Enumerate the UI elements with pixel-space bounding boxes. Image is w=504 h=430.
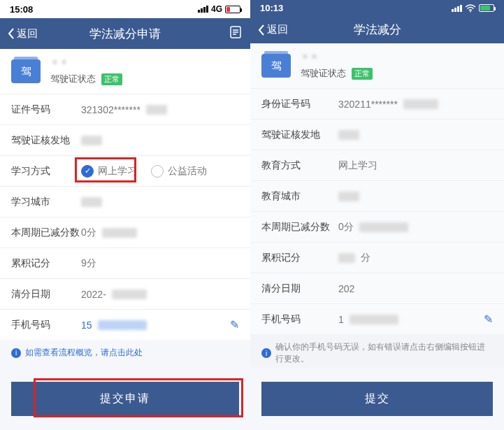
back-button[interactable]: 返回 (257, 23, 288, 36)
license-badge-icon: 驾 (261, 54, 291, 78)
masked (359, 222, 408, 232)
row-method: 学习方式 网上学习 公益活动 (0, 155, 250, 186)
masked (403, 99, 438, 109)
row-accum: 累积记分 9分 (0, 248, 250, 278)
row-issue: 驾驶证核发地 (250, 119, 504, 150)
id-value: 321302******* (81, 104, 141, 115)
nav-bar: 返回 学法减分申请 (0, 18, 250, 49)
cycle-label: 本周期已减分数 (261, 221, 338, 234)
page-title: 学法减分申请 (89, 26, 161, 42)
svg-point-1 (470, 10, 471, 12)
status-time: 15:08 (10, 4, 33, 15)
masked (338, 253, 355, 263)
radio-public[interactable]: 公益活动 (151, 165, 207, 178)
accum-label: 累积记分 (261, 252, 338, 264)
radio-unchecked-icon (151, 165, 164, 178)
back-button[interactable]: 返回 (7, 27, 38, 41)
row-method: 教育方式 网上学习 (250, 150, 504, 180)
phone-label: 手机号码 (261, 313, 338, 326)
submit-button[interactable]: 提交申请 (11, 382, 239, 416)
nav-bar: 返回 学法减分 (250, 16, 504, 43)
form: 证件号码 321302******* 驾驶证核发地 学习方式 网上学习 公益活动… (0, 94, 250, 340)
row-clear: 清分日期 202 (250, 273, 504, 303)
phone-left: 15:08 4G 返回 学法减分申请 驾 ＊＊ 驾驶证状态 正常 证件号码 3 (0, 0, 250, 430)
accum-value: 分 (361, 252, 370, 264)
hint-row[interactable]: i 如需查看流程概览，请点击此处 (0, 340, 250, 361)
city-value-masked (81, 197, 102, 207)
info-icon: i (261, 348, 271, 358)
page-title: 学法减分 (354, 22, 401, 38)
issue-value-masked (81, 136, 102, 145)
submit-button[interactable]: 提交 (261, 382, 493, 416)
city-label: 教育城市 (261, 190, 338, 203)
accum-label: 累积记分 (11, 257, 81, 270)
chevron-left-icon (257, 24, 266, 36)
id-label: 身份证号码 (261, 98, 338, 110)
edit-icon[interactable]: ✎ (484, 313, 493, 326)
status-badge: 正常 (101, 73, 122, 85)
clear-value: 2022- (81, 289, 106, 300)
edit-icon[interactable]: ✎ (230, 318, 239, 331)
status-indicators (452, 4, 494, 13)
radio-online[interactable]: 网上学习 (81, 165, 137, 178)
clear-label: 清分日期 (11, 288, 81, 301)
document-icon[interactable] (228, 24, 243, 43)
row-city: 学习城市 (0, 186, 250, 217)
hint-text: 确认你的手机号码无误，如有错误请点击右侧编辑按钮进行更改。 (275, 341, 493, 365)
hint-row: i 确认你的手机号码无误，如有错误请点击右侧编辑按钮进行更改。 (250, 334, 504, 368)
radio-public-label: 公益活动 (168, 165, 207, 178)
hint-text: 如需查看流程概览，请点击此处 (25, 347, 143, 359)
masked (350, 315, 398, 324)
signal-icon (198, 6, 208, 13)
id-label: 证件号码 (11, 103, 81, 116)
back-label: 返回 (17, 27, 38, 41)
row-accum: 累积记分 分 (250, 242, 504, 273)
issue-label: 驾驶证核发地 (11, 134, 81, 147)
chevron-left-icon (7, 27, 15, 40)
license-status-row: 驾驶证状态 正常 (50, 73, 122, 85)
battery-icon (479, 4, 494, 12)
radio-online-label: 网上学习 (98, 165, 137, 178)
license-status-label: 驾驶证状态 (301, 68, 346, 78)
masked (146, 105, 167, 115)
phone-label: 手机号码 (11, 319, 81, 331)
method-label: 教育方式 (261, 159, 338, 172)
profile-card: 驾 ＊＊ 驾驶证状态 正常 (250, 43, 504, 88)
back-label: 返回 (267, 23, 288, 36)
accum-value: 9分 (81, 257, 239, 270)
radio-checked-icon (81, 165, 94, 178)
status-badge: 正常 (352, 68, 373, 80)
clear-label: 清分日期 (261, 282, 338, 295)
status-bar: 10:13 (250, 0, 504, 16)
method-value: 网上学习 (338, 159, 493, 172)
cycle-value: 0分 (81, 227, 96, 239)
cycle-label: 本周期已减分数 (11, 227, 81, 239)
phone-right: 10:13 返回 学法减分 驾 ＊＊ 驾驶证状态 正常 身份证号码 320211… (250, 0, 504, 430)
license-status-row: 驾驶证状态 正常 (301, 67, 373, 80)
status-indicators: 4G (198, 4, 240, 14)
battery-icon (225, 6, 240, 13)
phone-value: 1 (338, 314, 344, 325)
method-label: 学习方式 (11, 165, 81, 178)
masked (112, 289, 147, 299)
user-name: ＊＊ (50, 57, 122, 70)
signal-icon (452, 5, 462, 12)
license-status-label: 驾驶证状态 (50, 73, 96, 84)
id-value: 320211******* (338, 99, 398, 110)
status-bar: 15:08 4G (0, 0, 250, 18)
phone-value: 15 (81, 320, 92, 331)
row-city: 教育城市 (250, 180, 504, 211)
city-label: 学习城市 (11, 196, 81, 208)
info-icon: i (11, 348, 21, 358)
city-value-masked (338, 192, 359, 201)
cycle-value: 0分 (338, 221, 354, 234)
masked (98, 320, 147, 330)
license-badge-icon: 驾 (11, 59, 41, 83)
row-cycle: 本周期已减分数 0分 (250, 211, 504, 242)
row-issue: 驾驶证核发地 (0, 124, 250, 155)
wifi-icon (465, 4, 476, 13)
row-id: 身份证号码 320211******* (250, 88, 504, 119)
issue-value-masked (338, 130, 359, 140)
row-phone: 手机号码 15 ✎ (0, 309, 250, 340)
issue-label: 驾驶证核发地 (261, 129, 338, 141)
